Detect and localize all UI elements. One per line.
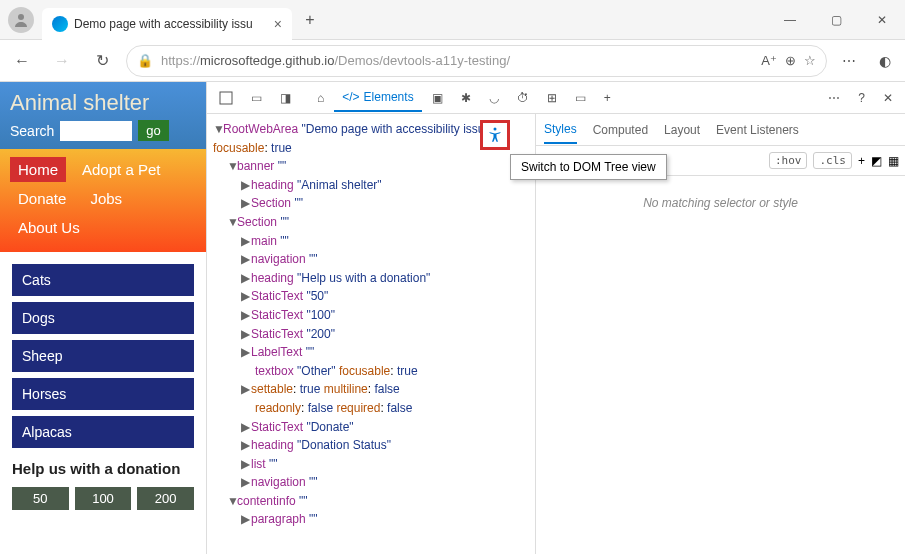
accessibility-tree-toggle[interactable] (480, 120, 510, 150)
tab-layout[interactable]: Layout (664, 117, 700, 143)
browser-tab[interactable]: Demo page with accessibility issu × (42, 8, 292, 40)
donate-buttons: 50 100 200 (12, 487, 194, 510)
cat-sheep[interactable]: Sheep (12, 340, 194, 372)
close-icon[interactable]: × (274, 16, 282, 32)
main-nav: Home Adopt a Pet Donate Jobs About Us (0, 149, 206, 252)
welcome-tab[interactable]: ⌂ (309, 85, 332, 111)
back-button[interactable]: ← (6, 45, 38, 77)
url-text: https://microsoftedge.github.io/Demos/de… (161, 53, 753, 68)
accessibility-icon (486, 126, 504, 144)
twisty-icon[interactable]: ▶ (241, 306, 251, 325)
twisty-icon[interactable]: ▼ (213, 120, 223, 139)
dock-button[interactable]: ◨ (272, 85, 299, 111)
cat-horses[interactable]: Horses (12, 378, 194, 410)
twisty-icon[interactable]: ▶ (241, 473, 251, 492)
cat-alpacas[interactable]: Alpacas (12, 416, 194, 448)
sources-tab[interactable]: ✱ (453, 85, 479, 111)
inspect-button[interactable] (211, 85, 241, 111)
edge-icon (52, 16, 68, 32)
cat-cats[interactable]: Cats (12, 264, 194, 296)
svg-point-0 (18, 14, 24, 20)
twisty-icon[interactable]: ▶ (241, 250, 251, 269)
donate-heading: Help us with a donation (12, 460, 194, 477)
search-input[interactable] (60, 121, 132, 141)
twisty-icon[interactable]: ▶ (241, 176, 251, 195)
tab-listeners[interactable]: Event Listeners (716, 117, 799, 143)
nav-donate[interactable]: Donate (10, 186, 74, 211)
address-bar[interactable]: 🔒 https://microsoftedge.github.io/Demos/… (126, 45, 827, 77)
app-tab[interactable]: ▭ (567, 85, 594, 111)
nav-about[interactable]: About Us (10, 215, 88, 240)
network-tab[interactable]: ◡ (481, 85, 507, 111)
go-button[interactable]: go (138, 120, 168, 141)
tab-computed[interactable]: Computed (593, 117, 648, 143)
favorite-icon[interactable]: ☆ (804, 53, 816, 68)
performance-tab[interactable]: ⏱ (509, 85, 537, 111)
devtools-body: ▼RootWebArea "Demo page with accessibili… (207, 114, 905, 554)
styles-pane: Styles Computed Layout Event Listeners :… (535, 114, 905, 554)
close-button[interactable]: ✕ (859, 5, 905, 35)
flexbox-editor-icon[interactable]: ▦ (888, 154, 899, 168)
inspect-icon (219, 91, 233, 105)
twisty-icon[interactable]: ▶ (241, 510, 251, 529)
maximize-button[interactable]: ▢ (813, 5, 859, 35)
elements-tab[interactable]: </> Elements (334, 84, 421, 112)
account-button[interactable]: ◐ (871, 47, 899, 75)
main-content: Animal shelter Search go Home Adopt a Pe… (0, 82, 905, 554)
minimize-button[interactable]: — (767, 5, 813, 35)
tab-styles[interactable]: Styles (544, 116, 577, 144)
hero-banner: Animal shelter Search go (0, 82, 206, 149)
close-devtools[interactable]: ✕ (875, 85, 901, 111)
nav-home[interactable]: Home (10, 157, 66, 182)
twisty-icon[interactable]: ▶ (241, 455, 251, 474)
console-tab[interactable]: ▣ (424, 85, 451, 111)
twisty-icon[interactable]: ▶ (241, 232, 251, 251)
donate-50[interactable]: 50 (12, 487, 69, 510)
device-button[interactable]: ▭ (243, 85, 270, 111)
settings-button[interactable]: ⋯ (820, 85, 848, 111)
nav-adopt[interactable]: Adopt a Pet (74, 157, 168, 182)
twisty-icon[interactable]: ▶ (241, 325, 251, 344)
twisty-icon[interactable]: ▶ (241, 436, 251, 455)
font-editor-icon[interactable]: ◩ (871, 154, 882, 168)
no-match-message: No matching selector or style (536, 176, 905, 230)
more-tab[interactable]: + (596, 85, 619, 111)
nav-jobs[interactable]: Jobs (82, 186, 130, 211)
accessibility-tree[interactable]: ▼RootWebArea "Demo page with accessibili… (207, 114, 535, 554)
twisty-icon[interactable]: ▶ (241, 343, 251, 362)
refresh-button[interactable]: ↻ (86, 45, 118, 77)
cls-toggle[interactable]: .cls (813, 152, 852, 169)
memory-tab[interactable]: ⊞ (539, 85, 565, 111)
twisty-icon[interactable]: ▼ (227, 213, 237, 232)
styles-tabs: Styles Computed Layout Event Listeners (536, 114, 905, 146)
search-label: Search (10, 123, 54, 139)
twisty-icon[interactable]: ▶ (241, 380, 251, 399)
hov-toggle[interactable]: :hov (769, 152, 808, 169)
help-button[interactable]: ? (850, 85, 873, 111)
new-tab-button[interactable]: + (296, 6, 324, 34)
donate-200[interactable]: 200 (137, 487, 194, 510)
donate-100[interactable]: 100 (75, 487, 132, 510)
twisty-icon[interactable]: ▶ (241, 418, 251, 437)
window-titlebar: Demo page with accessibility issu × + — … (0, 0, 905, 40)
twisty-icon[interactable]: ▼ (227, 157, 237, 176)
svg-point-2 (494, 128, 497, 131)
page-title: Animal shelter (10, 90, 196, 116)
twisty-icon[interactable]: ▶ (241, 287, 251, 306)
svg-rect-1 (220, 92, 232, 104)
devtools-tabs: ▭ ◨ ⌂ </> Elements ▣ ✱ ◡ ⏱ ⊞ ▭ + ⋯ ? ✕ (207, 82, 905, 114)
profile-button[interactable] (8, 7, 34, 33)
devtools-panel: ▭ ◨ ⌂ </> Elements ▣ ✱ ◡ ⏱ ⊞ ▭ + ⋯ ? ✕ ▼… (206, 82, 905, 554)
tooltip: Switch to DOM Tree view (510, 154, 667, 180)
window-controls: — ▢ ✕ (767, 5, 905, 35)
reader-icon[interactable]: A⁺ (761, 53, 777, 68)
new-rule-button[interactable]: + (858, 154, 865, 168)
twisty-icon[interactable]: ▶ (241, 269, 251, 288)
cat-dogs[interactable]: Dogs (12, 302, 194, 334)
twisty-icon[interactable]: ▼ (227, 492, 237, 511)
donate-section: Help us with a donation 50 100 200 (0, 460, 206, 510)
twisty-icon[interactable]: ▶ (241, 194, 251, 213)
menu-button[interactable]: ⋯ (835, 47, 863, 75)
search-row: Search go (10, 120, 196, 141)
translate-icon[interactable]: ⊕ (785, 53, 796, 68)
